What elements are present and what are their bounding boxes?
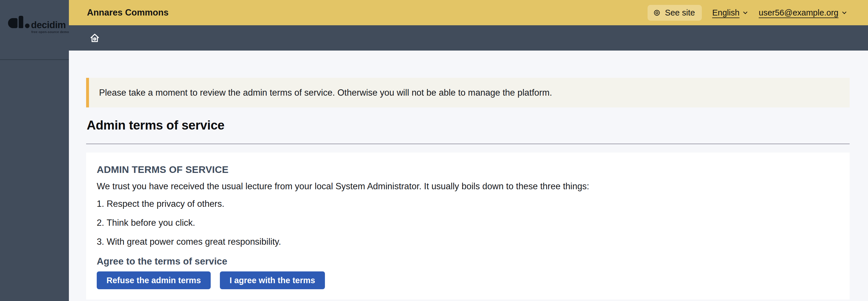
- tos-warning-message: Please take a moment to review the admin…: [99, 88, 552, 98]
- home-button[interactable]: [88, 32, 101, 44]
- decidim-logo-mark-bar: [19, 16, 23, 28]
- breadcrumb-bar: [69, 25, 868, 51]
- refuse-terms-button[interactable]: Refuse the admin terms: [97, 271, 211, 289]
- tos-card: ADMIN TERMS OF SERVICE We trust you have…: [86, 152, 849, 300]
- see-site-label: See site: [665, 8, 695, 18]
- decidim-logo[interactable]: decidim free open-source democracy: [8, 16, 63, 32]
- home-gear-icon: [89, 32, 100, 44]
- site-name: Annares Commons: [87, 7, 168, 18]
- user-menu[interactable]: user56@example.org: [758, 8, 847, 18]
- tos-warning-callout: Please take a moment to review the admin…: [86, 78, 849, 108]
- admin-sidebar: decidim free open-source democracy: [0, 0, 69, 301]
- decidim-logo-mark-bowl: [8, 18, 18, 28]
- chevron-down-icon: [841, 10, 847, 16]
- tos-intro-text: We trust you have received the usual lec…: [97, 181, 838, 191]
- see-site-button[interactable]: See site: [648, 5, 702, 21]
- admin-topbar: Annares Commons See site English user56@…: [69, 0, 868, 25]
- main-content: Please take a moment to review the admin…: [69, 51, 868, 301]
- language-selector[interactable]: English: [712, 8, 748, 18]
- decidim-logo-wordmark: decidim: [31, 20, 66, 30]
- tos-list: Respect the privacy of others. Think bef…: [97, 199, 838, 247]
- language-label: English: [712, 8, 739, 18]
- sidebar-divider: [0, 59, 69, 60]
- tos-actions: Refuse the admin terms I agree with the …: [97, 271, 838, 289]
- user-email: user56@example.org: [758, 8, 838, 18]
- agree-terms-button[interactable]: I agree with the terms: [220, 271, 325, 289]
- decidim-logo-mark-dot: [25, 24, 30, 28]
- eye-icon: [653, 9, 660, 17]
- tos-card-heading: ADMIN TERMS OF SERVICE: [97, 164, 838, 175]
- tos-list-item: Think before you click.: [97, 218, 838, 228]
- tos-list-item: With great power comes great responsibil…: [97, 237, 838, 247]
- title-divider: [86, 144, 849, 144]
- tos-list-item: Respect the privacy of others.: [97, 199, 838, 209]
- chevron-down-icon: [742, 10, 748, 16]
- page-title: Admin terms of service: [87, 118, 849, 132]
- topbar-right-group: See site English user56@example.org: [648, 5, 847, 21]
- agree-section-heading: Agree to the terms of service: [97, 256, 838, 267]
